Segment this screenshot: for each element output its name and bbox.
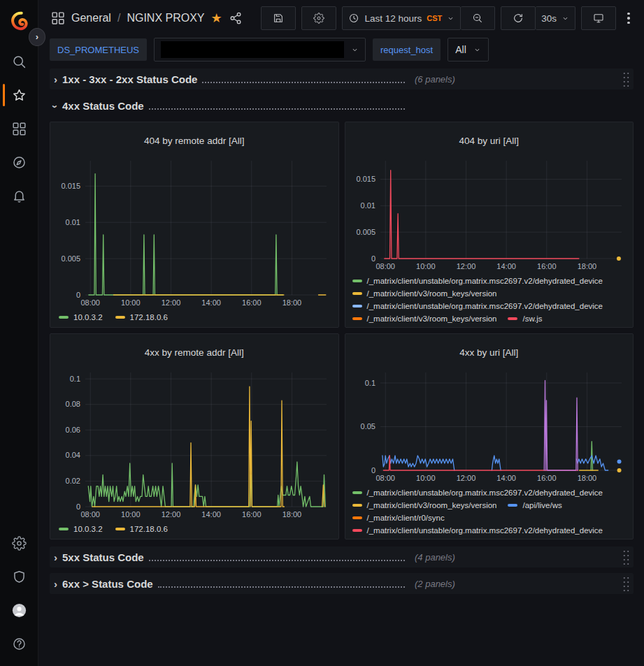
time-series-chart[interactable]: 08:0010:0012:0014:0016:0018:0000.0050.01… [57, 155, 331, 308]
svg-text:08:00: 08:00 [375, 262, 395, 270]
row-drag-handle[interactable] [622, 575, 629, 592]
legend-item[interactable]: 172.18.0.6 [115, 313, 168, 321]
active-indicator [3, 84, 5, 106]
cycle-view-mode-button[interactable] [581, 6, 616, 30]
sidebar-item-search[interactable] [3, 45, 35, 78]
svg-text:16:00: 16:00 [537, 474, 557, 482]
panel-title[interactable]: 404 by remote addr [All] [57, 133, 331, 147]
legend-item[interactable]: /api/live/ws [508, 501, 561, 509]
legend-item[interactable]: 10.0.3.2 [59, 313, 103, 321]
row-title: 6xx > Status Code [62, 578, 153, 590]
legend-swatch [352, 504, 362, 507]
more-options-kebab-icon[interactable] [622, 7, 636, 29]
panel-grid: 404 by remote addr [All] 08:0010:0012:00… [50, 122, 634, 540]
time-series-chart[interactable]: 08:0010:0012:0014:0016:0018:0000.020.040… [57, 367, 331, 520]
legend-item[interactable]: /sw.js [508, 314, 542, 323]
svg-text:0.015: 0.015 [61, 182, 80, 190]
panel-404-by-remote-addr: 404 by remote addr [All] 08:0010:0012:00… [50, 122, 339, 328]
variable-value-ds-prometheus[interactable] [154, 38, 366, 61]
refresh-button[interactable] [501, 6, 536, 30]
favorite-star-icon[interactable]: ★ [211, 12, 222, 24]
save-dashboard-button[interactable] [261, 6, 296, 30]
sidebar-item-dashboards[interactable] [3, 112, 35, 145]
svg-text:0: 0 [76, 291, 80, 299]
sidebar-bottom-group [3, 526, 35, 660]
row-title: 5xx Status Code [62, 551, 144, 563]
sidebar-item-explore[interactable] [3, 145, 35, 179]
sidebar-item-server-admin[interactable] [3, 560, 35, 593]
panel-4xx-by-uri: 4xx by uri [All] 08:0010:0012:0014:0016:… [345, 333, 634, 540]
legend-label: 10.0.3.2 [73, 313, 103, 321]
time-series-chart[interactable]: 08:0010:0012:0014:0016:0018:0000.050.1 [352, 367, 627, 484]
variable-label-ds-prometheus[interactable]: DS_PROMETHEUS [50, 38, 147, 61]
refresh-interval-label: 30s [541, 13, 557, 24]
row-5xx[interactable]: › 5xx Status Code (4 panels) [50, 546, 634, 567]
chevron-right-icon: › [54, 552, 57, 563]
legend-item[interactable]: /_matrix/client/unstable/org.matrix.msc2… [352, 488, 603, 497]
row-drag-handle[interactable] [622, 71, 629, 87]
bell-icon [12, 189, 27, 203]
shield-icon [12, 570, 27, 584]
legend-swatch [508, 504, 517, 507]
variable-value-request-host[interactable]: All [448, 38, 489, 61]
time-picker-group: Last 12 hours CST [342, 6, 495, 30]
time-range-picker[interactable]: Last 12 hours CST [342, 6, 461, 30]
svg-text:0.08: 0.08 [66, 400, 80, 409]
svg-text:12:00: 12:00 [162, 298, 181, 307]
page-title: NGINX PROXY [127, 12, 204, 24]
request-host-value: All [455, 44, 466, 55]
breadcrumb-section[interactable]: General [71, 12, 111, 24]
legend-swatch [59, 316, 69, 319]
row-drag-handle[interactable] [622, 549, 629, 565]
dashboard-toolbar: Last 12 hours CST 30s [261, 6, 636, 30]
legend-label: 172.18.0.6 [130, 313, 168, 321]
legend-item[interactable]: /_matrix/client/unstable/org.matrix.msc2… [352, 526, 603, 535]
sidebar-item-configuration[interactable] [3, 526, 35, 560]
row-4xx[interactable]: › 4xx Status Code [50, 95, 634, 116]
breadcrumb: General / NGINX PROXY ★ [51, 11, 243, 25]
panel-title[interactable]: 4xx by uri [All] [352, 345, 627, 359]
svg-text:12:00: 12:00 [162, 510, 181, 519]
legend-swatch [352, 292, 362, 295]
legend-item[interactable]: /_matrix/client/unstable/org.matrix.msc2… [352, 302, 603, 310]
panel-4xx-by-remote-addr: 4xx by remote addr [All] 08:0010:0012:00… [50, 333, 339, 540]
panel-title[interactable]: 404 by uri [All] [352, 133, 627, 147]
sidebar-item-starred[interactable] [3, 78, 35, 112]
row-6xx[interactable]: › 6xx > Status Code (2 panels) [50, 573, 634, 594]
sidebar-item-profile[interactable] [3, 593, 35, 627]
legend-item[interactable]: /_matrix/client/v3/room_keys/version [352, 501, 497, 509]
legend-label: 172.18.0.6 [130, 525, 168, 533]
row-panel-count: (4 panels) [415, 552, 455, 563]
zoom-out-time-button[interactable] [461, 6, 495, 30]
refresh-interval-picker[interactable]: 30s [536, 6, 575, 30]
sidebar-item-help[interactable] [3, 627, 35, 660]
dashboard-settings-button[interactable] [301, 6, 336, 30]
dashboard-body: › 1xx - 3xx - 2xx Status Code (6 panels)… [38, 66, 644, 666]
variable-label-request-host[interactable]: request_host [373, 38, 441, 61]
panel-legend: 10.0.3.2172.18.0.6 [57, 308, 331, 323]
refresh-group: 30s [501, 6, 575, 30]
panel-title[interactable]: 4xx by remote addr [All] [57, 345, 331, 359]
svg-text:16:00: 16:00 [242, 298, 262, 307]
time-series-chart[interactable]: 08:0010:0012:0014:0016:0018:0000.0050.01… [352, 155, 627, 272]
legend-item[interactable]: 10.0.3.2 [59, 525, 103, 533]
legend-item[interactable]: /_matrix/client/unstable/org.matrix.msc2… [352, 277, 603, 285]
legend-item[interactable]: /_matrix/client/v3/room_keys/version [352, 314, 497, 323]
timezone-badge: CST [427, 14, 442, 22]
chevron-right-icon: › [54, 74, 57, 85]
apps-grid-icon [51, 11, 65, 25]
grafana-logo-icon[interactable] [3, 7, 34, 35]
svg-text:0: 0 [371, 254, 375, 263]
legend-item[interactable]: 172.18.0.6 [115, 525, 168, 533]
sidebar-item-alerting[interactable] [3, 179, 35, 212]
legend-swatch [352, 280, 362, 282]
share-icon[interactable] [229, 11, 243, 25]
legend-item[interactable]: /_matrix/client/v3/room_keys/version [352, 289, 497, 298]
panel-legend: 10.0.3.2172.18.0.6 [57, 520, 331, 535]
row-1xx-3xx-2xx[interactable]: › 1xx - 3xx - 2xx Status Code (6 panels) [50, 68, 634, 89]
legend-label: 10.0.3.2 [73, 525, 103, 533]
legend-swatch [59, 528, 69, 530]
chevron-down-icon [561, 15, 569, 22]
sidebar-expand-icon[interactable]: › [29, 28, 45, 46]
legend-item[interactable]: /_matrix/client/r0/sync [352, 514, 445, 522]
